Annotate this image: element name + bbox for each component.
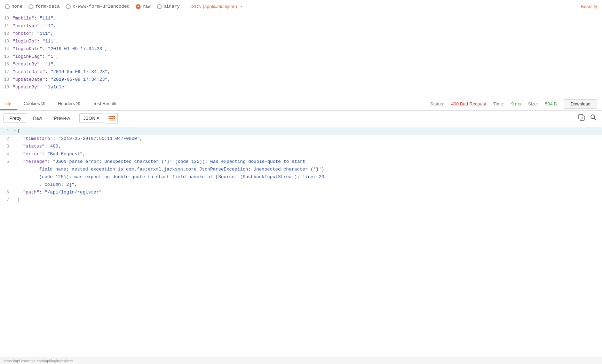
line-content: "loginFlag": "1", — [13, 53, 602, 61]
line-number: 1 — [0, 127, 13, 135]
radio-binary[interactable]: binary — [157, 4, 180, 9]
line-number: 13 — [0, 38, 13, 45]
svg-line-6 — [594, 118, 596, 120]
request-body-type-bar: none form-data x-www-form-urlencoded raw… — [0, 0, 602, 13]
json-type-dropdown[interactable]: JSON (application/json) ▾ — [189, 4, 242, 9]
line-content: "status": 400, — [17, 143, 602, 150]
line-content: "loginDate": "2019-01-09 17:34:23", — [13, 45, 602, 53]
line-content: "path": "/api/login/register" — [17, 189, 602, 196]
response-tabs-bar: dy Cookies (3) Headers (4) Test Results … — [0, 97, 602, 111]
response-code-line: 7} — [0, 196, 602, 204]
line-content: "mobile": "111", — [13, 15, 602, 22]
line-content: } — [17, 196, 602, 204]
tab-cookies-label: Cookies — [24, 101, 40, 106]
radio-urlencoded[interactable]: x-www-form-urlencoded — [66, 4, 129, 9]
response-format-bar: Pretty Raw Preview JSON ▾ — [0, 111, 602, 126]
line-number: 19 — [0, 84, 13, 91]
line-number: 16 — [0, 61, 13, 68]
search-icon — [590, 114, 597, 122]
time-value: 9 ms — [511, 101, 521, 106]
request-code-line: 12 "photo": "111", — [0, 30, 602, 38]
response-code-line: 6"path": "/api/login/register" — [0, 189, 602, 196]
line-number: 14 — [0, 45, 13, 53]
line-content: "error": "Bad Request", — [17, 150, 602, 158]
beautify-button[interactable]: Beautify — [581, 4, 597, 9]
line-content: { — [17, 127, 602, 135]
response-code-line: 4"error": "Bad Request", — [0, 150, 602, 158]
response-code-line: 2"timestamp": "2019-05-29T07:50:11.047+0… — [0, 135, 602, 143]
request-code-line: 11 "userType": "1", — [0, 22, 602, 30]
download-button[interactable]: Download — [564, 99, 597, 109]
radio-form-data[interactable]: form-data — [29, 4, 60, 9]
wrap-icon — [108, 115, 116, 122]
radio-dot-none — [5, 4, 10, 9]
line-content: "message": "JSON parse error: Unexpected… — [17, 158, 602, 189]
bottom-status-bar: https://api.example.com/api/login/regist… — [0, 357, 602, 364]
tab-test-results[interactable]: Test Results — [87, 97, 124, 110]
request-code-line: 14 "loginDate": "2019-01-09 17:34:23", — [0, 45, 602, 53]
time-label: Time: — [493, 101, 504, 106]
response-format-dropdown[interactable]: JSON ▾ — [79, 113, 103, 123]
search-button[interactable] — [588, 113, 599, 124]
radio-dot-binary — [157, 4, 162, 9]
line-number: 3 — [0, 143, 13, 150]
line-number: 4 — [0, 150, 13, 158]
tab-cookies-badge: (3) — [41, 101, 45, 105]
tab-body[interactable]: dy — [0, 97, 17, 110]
line-content: "loginIp": "111", — [13, 38, 602, 45]
response-format-label: JSON — [83, 116, 95, 121]
radio-label-form-data: form-data — [35, 4, 60, 9]
wrap-button[interactable] — [106, 113, 118, 124]
collapse-icon[interactable]: ▾ — [13, 127, 17, 135]
copy-button[interactable] — [576, 113, 587, 124]
line-content: "photo": "111", — [13, 30, 602, 38]
copy-icon — [578, 113, 585, 123]
format-tabs-group: Pretty Raw Preview — [3, 113, 76, 123]
radio-label-raw: raw — [142, 4, 150, 9]
tab-test-results-label: Test Results — [93, 101, 118, 106]
tab-headers-badge: (4) — [76, 101, 80, 105]
request-code-line: 10 "mobile": "111", — [0, 15, 602, 22]
tab-cookies[interactable]: Cookies (3) — [17, 97, 52, 110]
radio-label-urlencoded: x-www-form-urlencoded — [72, 4, 129, 9]
response-code-line: 5"message": "JSON parse error: Unexpecte… — [0, 158, 602, 189]
svg-rect-4 — [579, 114, 583, 119]
line-content: "updateBy": "lylele" — [13, 84, 602, 91]
format-tab-preview[interactable]: Preview — [48, 113, 76, 123]
request-code-block: 10 "mobile": "111",11 "userType": "1",12… — [0, 13, 602, 93]
request-code-line: 15 "loginFlag": "1", — [0, 53, 602, 61]
line-number: 18 — [0, 76, 13, 84]
line-number: 17 — [0, 68, 13, 76]
format-tab-raw[interactable]: Raw — [27, 113, 48, 123]
radio-none[interactable]: none — [5, 4, 22, 9]
radio-raw[interactable]: raw — [136, 4, 150, 9]
line-number: 7 — [0, 196, 13, 204]
json-type-label: JSON (application/json) — [189, 4, 237, 9]
line-content: "timestamp": "2019-05-29T07:50:11.047+00… — [17, 135, 602, 143]
bottom-url: https://api.example.com/api/login/regist… — [3, 359, 73, 363]
size-label: Size: — [528, 101, 538, 106]
radio-dot-raw — [136, 4, 141, 9]
json-dropdown-arrow: ▾ — [240, 4, 243, 9]
line-number: 5 — [0, 158, 13, 166]
line-number: 12 — [0, 30, 13, 38]
line-content: "createDate": "2019-05-09 17:34:23", — [13, 68, 602, 76]
response-meta: Status: 400 Bad Request Time: 9 ms Size:… — [430, 99, 602, 109]
size-value: 594 B — [545, 101, 557, 106]
request-body-editor: 10 "mobile": "111",11 "userType": "1",12… — [0, 13, 602, 97]
line-content: "userType": "1", — [13, 22, 602, 30]
line-number: 2 — [0, 135, 13, 143]
radio-label-binary: binary — [164, 4, 180, 9]
tab-headers-label: Headers — [58, 101, 75, 106]
line-content: "updateDate": "2019-06-09 17:34:23", — [13, 76, 602, 84]
format-tab-pretty[interactable]: Pretty — [3, 113, 27, 123]
line-number: 15 — [0, 53, 13, 61]
request-code-line: 17 "createDate": "2019-05-09 17:34:23", — [0, 68, 602, 76]
tab-body-label: dy — [6, 101, 11, 106]
response-format-arrow: ▾ — [97, 116, 99, 121]
response-code-block: 1▾{2"timestamp": "2019-05-29T07:50:11.04… — [0, 126, 602, 205]
request-code-line: 19 "updateBy": "lylele" — [0, 84, 602, 91]
line-number: 11 — [0, 22, 13, 30]
status-label: Status: — [430, 101, 444, 106]
tab-headers[interactable]: Headers (4) — [52, 97, 87, 110]
